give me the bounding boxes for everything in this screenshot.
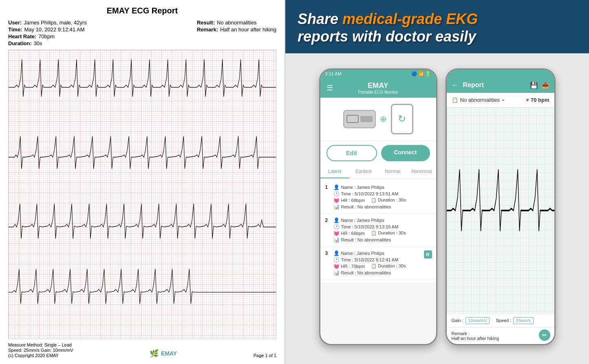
user-row: User: James Philips, male, 42yrs xyxy=(8,20,87,26)
tab-normal[interactable]: Normal xyxy=(378,165,407,178)
record-name-row: 👤 Name : James Philips xyxy=(333,184,431,190)
record-duration: 📋 Duration : 30s xyxy=(371,197,406,203)
status-bar-right xyxy=(447,70,554,78)
record-item[interactable]: 2 👤 Name : James Philips 🕐 Time : 5/10/2… xyxy=(320,214,436,247)
device-circle xyxy=(346,115,359,123)
record-result-row: 📊 Result : No abnormalities xyxy=(333,204,431,210)
heart-rate-icon: 💓 xyxy=(333,197,339,203)
person-icon: 👤 xyxy=(333,217,339,223)
remark-label: Remark: xyxy=(197,26,218,33)
check-icon: 📋 xyxy=(452,97,458,103)
no-abnorm: 📋 No abnormalities ● xyxy=(452,97,505,103)
app-header-title: EMAY Portable ECG Monitor xyxy=(358,81,398,94)
record-name: Name : James Philips xyxy=(341,218,384,223)
status-time: 9:21 AM xyxy=(325,71,342,76)
record-number: 2 xyxy=(325,217,328,223)
status-icons: 🔵 📶 🔋 xyxy=(411,71,431,77)
duration-label: Duration: xyxy=(8,40,32,46)
result-value: No abnormalities xyxy=(217,20,257,26)
meta-right: Result: No abnormalities Remark: Half an… xyxy=(197,20,276,46)
r-badge: R xyxy=(424,250,432,259)
speed-value[interactable]: 25mm/s xyxy=(513,317,534,324)
record-time: Time : 5/10/2022 9:13:51 AM xyxy=(341,191,399,196)
right-panel: Share medical-grade EKG reports with doc… xyxy=(285,0,589,364)
report-status-row: 📋 No abnormalities ● ♥ 70 bpm xyxy=(447,93,554,107)
record-hr: HR : 68bpm xyxy=(341,198,365,203)
report-ecg-svg xyxy=(447,107,554,314)
speed-label: Speed : xyxy=(496,318,511,323)
clock-icon: 🕐 xyxy=(333,257,339,263)
record-detail: 👤 Name : James Philips 🕐 Time : 5/10/202… xyxy=(333,217,431,243)
action-buttons: Edit Connect xyxy=(320,141,436,165)
report-title-right: Report xyxy=(463,81,526,89)
share-icon[interactable]: 📤 xyxy=(541,81,549,89)
ecg-waveform-svg xyxy=(9,50,276,339)
headline-highlight: medical-grade EKG xyxy=(342,11,478,27)
result-icon: 📊 xyxy=(333,270,339,276)
result-label: Result: xyxy=(197,20,215,26)
clock-icon: 🕐 xyxy=(333,191,339,197)
record-time-row: 🕐 Time : 5/10/2022 9:13:51 AM xyxy=(333,191,431,197)
result-row: Result: No abnormalities xyxy=(197,20,276,26)
record-time: Time : 5/10/2022 9:12:41 AM xyxy=(341,257,399,262)
page-number: Page 1 of 1 xyxy=(254,353,276,358)
record-duration: 📋 Duration : 30s xyxy=(371,263,406,269)
phone-device-icon xyxy=(391,104,413,134)
user-label: User: xyxy=(8,20,22,26)
tab-earliest[interactable]: Earliest xyxy=(349,165,378,178)
records-list: 1 👤 Name : James Philips 🕐 Time : 5/10/2… xyxy=(320,179,436,282)
record-time-row: 🕐 Time : 5/10/2022 9:12:41 AM xyxy=(333,257,431,263)
gain-label: Gain : xyxy=(452,318,463,323)
ecg-trace-row1 xyxy=(9,59,276,96)
connect-button[interactable]: Connect xyxy=(381,145,430,161)
heart-rate-icon: 💓 xyxy=(333,230,339,236)
record-time: Time : 5/10/2022 9:13:16 AM xyxy=(341,224,399,229)
remark-section: Remark : Half an hour after hiking ✏ xyxy=(447,327,554,344)
record-number: 3 xyxy=(325,250,328,256)
tab-abnormal[interactable]: Abnormal xyxy=(407,165,436,178)
record-result: Result : No abnormalities xyxy=(341,204,391,209)
hamburger-icon[interactable]: ☰ xyxy=(326,83,333,92)
bpm-value: 70 bpm xyxy=(531,97,549,103)
record-name-row: 👤 Name : James Philips xyxy=(333,217,431,223)
tab-latest[interactable]: Latest xyxy=(320,165,349,178)
record-name-row: 👤 Name : James Philips xyxy=(333,250,431,256)
save-icon[interactable]: 💾 xyxy=(530,81,538,89)
bpm-badge: ♥ 70 bpm xyxy=(526,97,549,103)
no-abnorm-text: No abnormalities xyxy=(460,97,500,103)
record-duration: 📋 Duration : 30s xyxy=(371,230,406,236)
remark-edit-button[interactable]: ✏ xyxy=(539,329,550,341)
record-hr-row: 💓 HR : 66bpm 📋 Duration : 30s xyxy=(333,230,431,236)
duration-value: 30s xyxy=(34,40,42,46)
back-arrow-icon[interactable]: ← xyxy=(452,81,459,90)
hr-row: Heart Rate: 70bpm xyxy=(8,33,87,39)
footer-info: Measure Method: Single – Lead Speed: 25m… xyxy=(8,342,73,358)
app-header: ☰ EMAY Portable ECG Monitor xyxy=(320,78,436,98)
app-tabs: Latest Earliest Normal Abnormal xyxy=(320,165,436,179)
record-hr-row: 💓 HR : 70bpm 📋 Duration : 30s xyxy=(333,263,431,269)
app-name: EMAY xyxy=(358,81,398,90)
remark-value: Half an hour after hiking xyxy=(220,26,276,33)
time-label: Time: xyxy=(8,26,22,33)
ecg-waveform-area xyxy=(8,50,276,339)
person-icon: 👤 xyxy=(333,250,339,256)
headline-section: Share medical-grade EKG reports with doc… xyxy=(285,0,589,53)
copyright: (c) Copyright 2020 EMAY xyxy=(8,353,73,358)
phones-section: 9:21 AM 🔵 📶 🔋 ☰ EMAY Portable ECG Monito… xyxy=(285,53,589,364)
record-item[interactable]: 3 R 👤 Name : James Philips 🕐 Time : 5/10… xyxy=(320,247,436,280)
record-hr-row: 💓 HR : 68bpm 📋 Duration : 30s xyxy=(333,197,431,203)
user-value: James Philips, male, 42yrs xyxy=(24,20,87,26)
record-item[interactable]: 1 👤 Name : James Philips 🕐 Time : 5/10/2… xyxy=(320,181,436,214)
emay-logo: 🌿 EMAY xyxy=(150,349,177,358)
time-value: May 10, 2022 9:12:41 AM xyxy=(24,26,84,33)
gain-value[interactable]: 10mm/mV xyxy=(465,317,490,324)
record-hr: HR : 70bpm xyxy=(341,264,365,269)
measure-method: Measure Method: Single – Lead xyxy=(8,342,73,347)
meta-left: User: James Philips, male, 42yrs Time: M… xyxy=(8,20,87,46)
remark-value: Half an hour after hiking xyxy=(452,336,549,341)
edit-button[interactable]: Edit xyxy=(326,145,377,161)
record-result-row: 📊 Result : No abnormalities xyxy=(333,237,431,243)
clock-icon: 🕐 xyxy=(333,224,339,230)
bluetooth-icon: ⊕ xyxy=(380,114,387,124)
app-subtitle: Portable ECG Monitor xyxy=(358,90,398,94)
